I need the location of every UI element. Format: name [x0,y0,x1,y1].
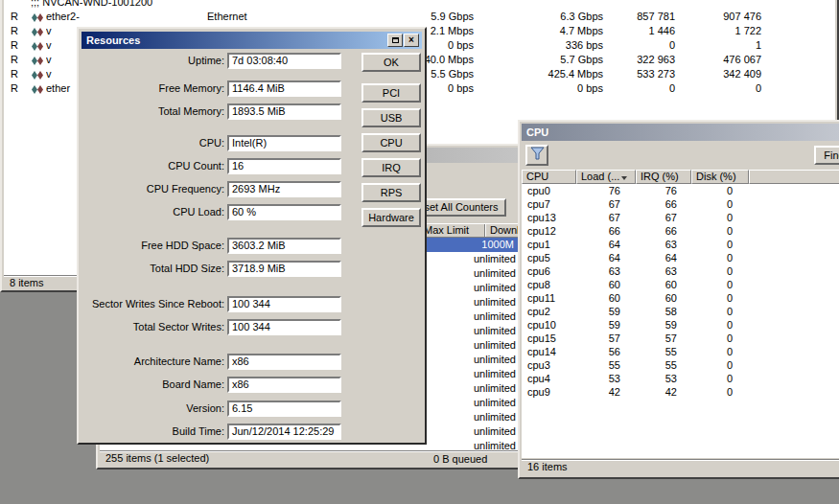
cpu-load-cell: 64 [576,238,620,251]
resources-titlebar[interactable]: Resources × [82,32,422,49]
winbox-workspace: ;;; NVCAN-WND-1001200 Rether2-Ethernet5.… [0,0,839,504]
dialog-button-rps[interactable]: RPS [361,183,421,202]
cpu-table-row[interactable]: cpu076760 [522,184,839,197]
queue-limit-cell: unlimited [474,281,516,295]
queue-limit-cell: unlimited [474,309,516,324]
queue-queued-bytes: 0 B queued [433,452,487,467]
cpu-window-titlebar[interactable]: CPU [522,124,839,141]
cpu-disk-cell: 0 [687,224,733,238]
interface-rx-packet-cell: 907 476 [671,10,761,24]
dialog-button-cpu[interactable]: CPU [361,133,421,152]
interface-tx-packet-cell: 0 [585,38,675,53]
interface-icon [32,81,45,96]
resources-field-value[interactable]: 100 344 [227,296,341,312]
filter-button[interactable] [525,145,548,166]
cpu-disk-cell: 0 [687,345,733,358]
cpu-table-row[interactable]: cpu767660 [522,197,839,211]
interface-rx-packet-cell: 476 067 [671,53,761,67]
cpu-table-row[interactable]: cpu1160600 [522,291,839,305]
cpu-irq-cell: 66 [632,197,677,211]
cpu-table-row[interactable]: cpu355550 [522,358,839,372]
queue-limit-cell: unlimited [474,424,516,439]
cpu-irq-cell: 60 [632,278,677,291]
cpu-name-cell: cpu10 [527,318,556,332]
dialog-button-usb[interactable]: USB [361,108,421,127]
cpu-table-row[interactable]: cpu164630 [522,238,839,251]
cpu-name-cell: cpu8 [527,278,550,291]
cpu-name-cell: cpu2 [527,305,550,318]
resources-field-value[interactable]: 6.15 [227,401,341,417]
cpu-load-cell: 67 [576,211,620,224]
cpu-disk-cell: 0 [687,197,733,211]
resources-field-value[interactable]: Jun/12/2014 12:25:29 [227,424,341,440]
queue-header-max-limit[interactable]: Max Limit [424,224,469,237]
cpu-disk-cell: 0 [687,358,733,372]
cpu-table-row[interactable]: cpu1059590 [522,318,839,332]
resources-field-value[interactable]: 1146.4 MiB [227,80,341,97]
cpu-name-cell: cpu12 [527,224,556,238]
cpu-table-row[interactable]: cpu1367670 [522,211,839,224]
cpu-table-row[interactable]: cpu1456550 [522,345,839,358]
dialog-button-hardware[interactable]: Hardware [361,208,421,227]
cpu-name-cell: cpu1 [527,238,550,251]
cpu-rows: cpu076760cpu767660cpu1367670cpu1266660cp… [522,184,839,399]
interface-row[interactable]: Rether2-Ethernet5.9 Gbps6.3 Gbps857 7819… [4,10,835,24]
find-button[interactable]: Find [814,146,839,165]
resources-field-value[interactable]: 3603.2 MiB [227,238,341,254]
cpu-irq-cell: 60 [632,291,677,305]
cpu-name-cell: cpu9 [527,385,550,399]
resources-field-value[interactable]: x86 [227,377,341,393]
cpu-table-row[interactable]: cpu1266660 [522,224,839,238]
cpu-table-row[interactable]: cpu860600 [522,278,839,291]
cpu-name-cell: cpu4 [527,372,550,385]
cpu-irq-cell: 63 [632,238,677,251]
restore-icon [392,37,399,43]
cpu-header-disk[interactable]: Disk (%) [691,170,749,184]
resources-field-value[interactable]: Intel(R) [227,135,341,151]
cpu-name-cell: cpu3 [527,358,550,372]
cpu-table-row[interactable]: cpu564640 [522,251,839,264]
interface-flag-cell: R [11,81,24,96]
cpu-table-row[interactable]: cpu1557570 [522,332,839,345]
resources-field-value[interactable]: 7d 03:08:40 [227,53,341,69]
cpu-table-row[interactable]: cpu453530 [522,372,839,385]
cpu-irq-cell: 55 [632,345,677,358]
dialog-button-pci[interactable]: PCI [361,83,421,103]
resources-field-value[interactable]: 16 [227,158,341,174]
cpu-header-load[interactable]: Load (... [576,170,636,184]
interface-flag-cell: R [11,10,24,24]
queue-limit-cell: unlimited [474,252,516,266]
interface-tx-packet-cell: 857 781 [585,10,675,24]
interface-flag-cell: R [11,38,24,53]
interface-icon [32,10,45,24]
resources-field-value[interactable]: 3718.9 MiB [227,261,341,277]
cpu-table-row[interactable]: cpu259580 [522,305,839,318]
resources-field-label: Build Time: [86,425,224,438]
resources-field-label: Free HDD Space: [86,240,224,252]
interface-comment-row[interactable]: ;;; NVCAN-WND-1001200 [4,0,835,10]
resources-field-label: Total Sector Writes: [86,321,224,333]
cpu-table-row[interactable]: cpu663630 [522,264,839,278]
cpu-irq-cell: 66 [632,224,677,238]
cpu-header-irq[interactable]: IRQ (%) [636,170,691,184]
resources-field-value[interactable]: 60 % [227,204,341,220]
close-button[interactable]: × [404,34,419,47]
resources-field-label: CPU Load: [86,206,224,218]
restore-button[interactable] [387,34,403,47]
dialog-button-irq[interactable]: IRQ [361,158,421,177]
queue-limit-cell: unlimited [474,353,516,367]
cpu-table-row[interactable]: cpu942420 [522,385,839,399]
cpu-disk-cell: 0 [687,264,733,278]
resources-field-label: Total Memory: [86,105,224,118]
dialog-button-ok[interactable]: OK [361,53,421,72]
resources-field-value[interactable]: x86 [227,354,341,370]
cpu-header-filler [749,170,839,184]
cpu-header-cpu[interactable]: CPU [522,170,576,184]
cpu-toolbar: Find [522,141,839,170]
resources-field-value[interactable]: 1893.5 MiB [227,103,341,120]
cpu-load-cell: 42 [576,385,620,399]
resources-field-value[interactable]: 2693 MHz [227,181,341,197]
queue-limit-cell: unlimited [474,367,516,381]
resources-field-label: Board Name: [86,378,224,391]
resources-field-value[interactable]: 100 344 [227,319,341,335]
